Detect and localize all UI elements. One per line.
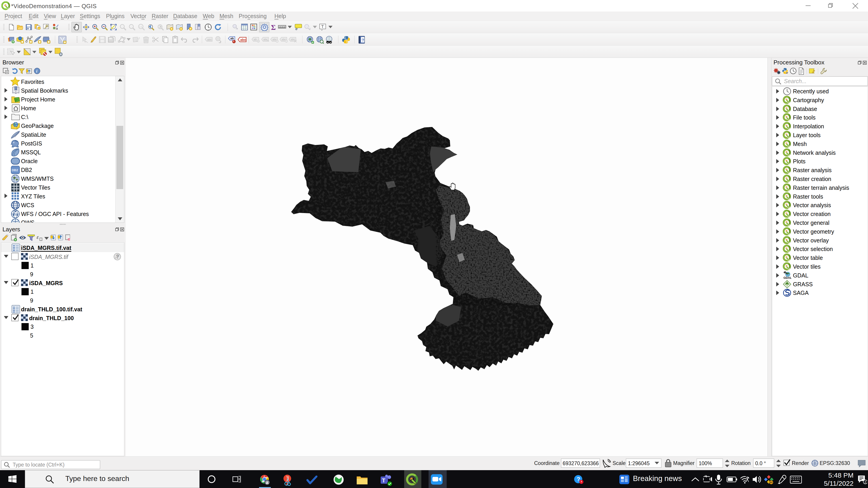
svg-text:ε: ε [37, 234, 39, 240]
svg-text:abc: abc [291, 38, 295, 41]
svg-text:a: a [56, 27, 58, 30]
svg-text:ab: ab [230, 37, 234, 40]
svg-text:2: 2 [864, 480, 866, 484]
svg-text:ab: ab [254, 38, 257, 41]
svg-text:i: i [36, 69, 37, 73]
svg-text:?: ? [362, 38, 364, 42]
svg-text:abc: abc [240, 38, 246, 41]
svg-text:A: A [266, 481, 269, 485]
svg-text:T: T [321, 24, 324, 29]
svg-text:DB2: DB2 [12, 168, 18, 172]
svg-text:T: T [382, 477, 385, 484]
svg-text:1:1: 1:1 [139, 26, 143, 28]
svg-text:?: ? [116, 254, 119, 260]
svg-text:Σ: Σ [271, 24, 276, 31]
svg-text:abc: abc [207, 38, 212, 41]
svg-text:GDAL: GDAL [783, 276, 792, 280]
